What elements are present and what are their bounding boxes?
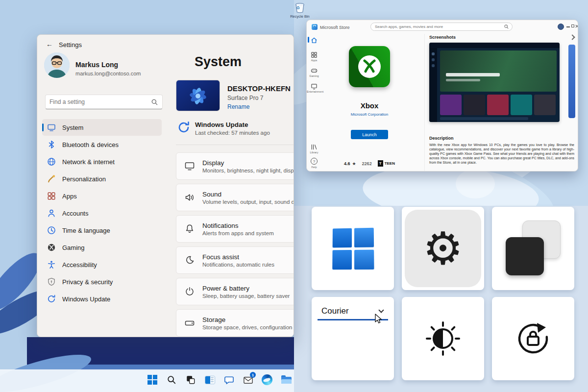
sidebar-item-bluetooth-devices[interactable]: Bluetooth & devices xyxy=(42,136,162,153)
taskbar-icons: 1 xyxy=(146,373,293,386)
sidebar-label: Time & language xyxy=(62,227,110,234)
screenshot-image[interactable] xyxy=(429,43,560,122)
maximize-icon[interactable] xyxy=(571,24,574,27)
card-subtitle: Monitors, brightness, night light, displ… xyxy=(202,168,294,173)
sidebar-item-network-internet[interactable]: Network & internet xyxy=(42,153,162,170)
minimize-icon[interactable] xyxy=(566,26,570,27)
setting-card-power-battery[interactable]: Power & batterySleep, battery usage, bat… xyxy=(176,278,294,305)
system-icon xyxy=(47,123,56,132)
task-view-icon xyxy=(186,375,196,385)
back-button[interactable]: ← xyxy=(46,40,53,48)
windows-logo-icon xyxy=(332,228,373,269)
sidebar-item-accounts[interactable]: Accounts xyxy=(42,205,162,221)
rail-label-gaming[interactable]: Gaming xyxy=(307,74,321,77)
sidebar-label: Windows Update xyxy=(62,295,110,303)
card-title: Sound xyxy=(202,191,294,198)
start-button[interactable] xyxy=(146,373,159,386)
rail-label-apps[interactable]: Apps xyxy=(307,59,321,62)
setting-card-display[interactable]: DisplayMonitors, brightness, night light… xyxy=(176,152,294,180)
setting-card-storage[interactable]: StorageStorage space, drives, configurat… xyxy=(176,309,294,337)
sidebar-item-gaming[interactable]: Gaming xyxy=(42,239,162,256)
sidebar-item-time-language[interactable]: Time & language xyxy=(42,222,162,239)
rail-selected-indicator xyxy=(308,37,309,43)
device-name: DESKTOP-HKEFN xyxy=(227,84,291,93)
settings-sidebar: System Bluetooth & devices Network & int… xyxy=(42,119,162,308)
close-icon[interactable] xyxy=(575,24,578,28)
settings-window-title: Settings xyxy=(59,41,82,49)
rename-link[interactable]: Rename xyxy=(227,103,249,110)
sidebar-item-accessibility[interactable]: Accessibility xyxy=(42,256,162,273)
store-window: Microsoft Store Apps Gaming Entertainmen… xyxy=(306,20,578,172)
user-avatar[interactable] xyxy=(44,52,70,78)
back-arrow-icon: ← xyxy=(46,40,53,48)
rail-label-entertainment[interactable]: Entertainment xyxy=(307,90,321,93)
windows-start-icon xyxy=(147,375,157,385)
chat-icon xyxy=(224,375,234,385)
xbox-icon xyxy=(47,243,56,252)
display-icon xyxy=(184,161,195,172)
store-search-input[interactable] xyxy=(371,24,504,29)
settings-search-box[interactable] xyxy=(45,95,163,109)
gear-icon: ⚙ xyxy=(423,226,463,271)
file-explorer-button[interactable] xyxy=(280,373,293,386)
rail-label-library[interactable]: Library xyxy=(307,151,321,154)
sidebar-item-windows-update[interactable]: Windows Update xyxy=(42,291,162,307)
chat-button[interactable] xyxy=(222,373,235,386)
edge-button[interactable] xyxy=(261,373,273,386)
widgets-button[interactable] xyxy=(203,373,216,386)
launch-button[interactable]: Launch xyxy=(351,130,388,139)
divider xyxy=(424,34,425,172)
sidebar-label: Gaming xyxy=(62,244,85,251)
rotation-lock-icon xyxy=(513,318,554,359)
search-icon xyxy=(504,24,509,29)
apps-rail-icon[interactable] xyxy=(311,51,318,58)
tile-theme-contrast[interactable] xyxy=(492,207,574,290)
sidebar-item-apps[interactable]: Apps xyxy=(42,188,162,204)
entertainment-rail-icon[interactable] xyxy=(311,83,318,90)
store-window-title: Microsoft Store xyxy=(320,25,350,30)
device-model: Surface Pro 7 xyxy=(227,95,263,101)
tile-brightness[interactable] xyxy=(402,297,484,380)
card-title: Display xyxy=(202,159,294,167)
star-icon: ★ xyxy=(352,161,356,166)
sidebar-item-system[interactable]: System xyxy=(42,119,162,136)
card-title: Storage xyxy=(202,316,294,323)
recycle-bin-label: Recycle Bin xyxy=(285,14,315,19)
screenshots-title: Screenshots xyxy=(429,35,456,40)
storage-icon xyxy=(184,318,195,328)
globe-icon xyxy=(47,157,56,166)
description-title: Description xyxy=(429,136,454,141)
tile-rotation-lock[interactable] xyxy=(492,297,574,380)
sidebar-item-personalization[interactable]: Personalization xyxy=(42,171,162,187)
bell-icon xyxy=(184,223,195,234)
chevron-down-icon xyxy=(378,307,384,313)
update-icon xyxy=(47,294,56,303)
setting-card-focus-assist[interactable]: Focus assistNotifications, automatic rul… xyxy=(176,246,294,274)
recycle-bin-shortcut[interactable]: ♻ Recycle Bin xyxy=(285,1,315,19)
account-avatar[interactable] xyxy=(558,24,564,30)
chevron-right-icon[interactable] xyxy=(569,34,575,40)
product-meta-row: 4.6 ★ 2262 T TEEN xyxy=(316,160,423,167)
product-publisher[interactable]: Microsoft Corporation xyxy=(320,112,418,117)
library-rail-icon[interactable] xyxy=(311,144,318,150)
xbox-app-icon xyxy=(349,46,390,87)
store-search-box[interactable] xyxy=(370,23,513,31)
power-icon xyxy=(184,286,195,297)
task-view-button[interactable] xyxy=(184,373,197,386)
dark-theme-square xyxy=(506,237,544,275)
tile-settings-gear[interactable]: ⚙ xyxy=(402,207,484,290)
screenshot-image-partial[interactable] xyxy=(568,45,575,118)
tile-windows-logo[interactable] xyxy=(312,207,394,290)
sidebar-item-privacy-security[interactable]: Privacy & security xyxy=(42,273,162,290)
update-title: Windows Update xyxy=(195,121,248,128)
mail-button[interactable]: 1 xyxy=(242,373,254,386)
sidebar-label: System xyxy=(62,124,83,131)
card-subtitle: Sleep, battery usage, battery saver xyxy=(202,293,290,299)
setting-card-sound[interactable]: SoundVolume levels, output, input, sound… xyxy=(176,184,294,211)
setting-card-notifications[interactable]: NotificationsAlerts from apps and system xyxy=(176,215,294,243)
search-button[interactable] xyxy=(165,373,178,386)
gaming-rail-icon[interactable] xyxy=(311,67,318,74)
home-icon[interactable] xyxy=(311,37,318,44)
product-name: Xbox xyxy=(320,101,418,110)
settings-search-input[interactable] xyxy=(46,98,151,105)
